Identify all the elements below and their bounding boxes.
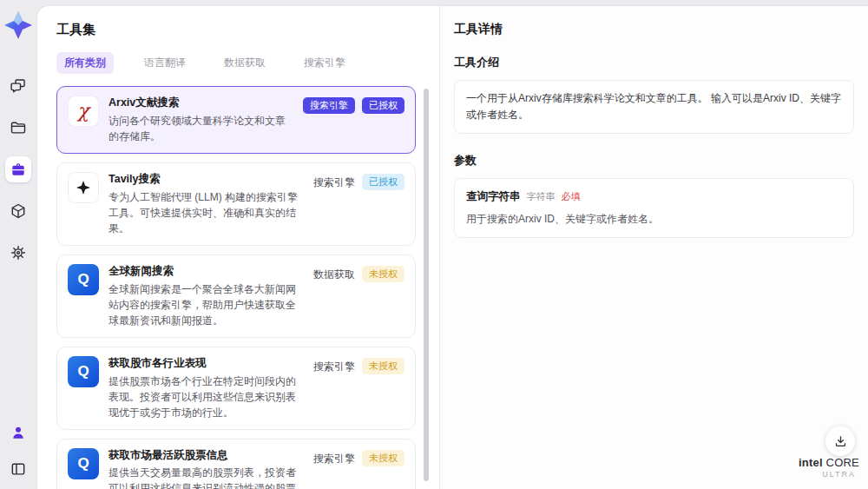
tools-list: χ Arxiv文献搜索 访问各个研究领域大量科学论文和文章的存储库。 搜索引擎 … (56, 86, 416, 489)
tool-title: 全球新闻搜索 (108, 264, 304, 279)
param-name: 查询字符串 (466, 189, 521, 204)
tool-icon: Q (68, 448, 99, 479)
intro-text: 一个用于从Arxiv存储库搜索科学论文和文章的工具。 输入可以是Arxiv ID… (466, 92, 841, 121)
param-type: 字符串 (527, 190, 556, 203)
nav-settings-icon[interactable] (5, 240, 31, 266)
tool-icon: Q (68, 356, 99, 387)
tool-card[interactable]: Q 获取股市各行业表现 提供股票市场各个行业在特定时间段内的表现。投资者可以利用… (56, 347, 416, 430)
tool-auth-badge: 未授权 (362, 358, 404, 374)
param-required-badge: 必填 (562, 190, 581, 203)
detail-title: 工具详情 (454, 22, 854, 37)
param-card: 查询字符串 字符串 必填 用于搜索的Arxiv ID、关键字或作者姓名。 (454, 178, 854, 238)
tools-list-scrollbar[interactable] (424, 89, 429, 481)
chip-product: CORE (826, 456, 859, 469)
tool-description: 提供股票市场各个行业在特定时间段内的表现。投资者可以利用这些信息来识别表现优于或… (108, 373, 304, 420)
chip-tier: ULTRA (799, 471, 859, 479)
tool-icon: χ (68, 96, 99, 127)
tool-category: 搜索引擎 (313, 450, 355, 466)
param-description: 用于搜索的Arxiv ID、关键字或作者姓名。 (466, 211, 842, 227)
tool-title: Arxiv文献搜索 (108, 96, 293, 110)
nav-models-icon[interactable] (5, 198, 31, 224)
tool-auth-badge: 已授权 (362, 174, 404, 190)
tool-description: 提供当天交易量最高的股票列表，投资者可以利用这些信息来识别流动性强的股票和潜在的… (108, 465, 304, 489)
tools-pane: 工具集 所有类别 语言翻译 数据获取 搜索引擎 χ Arxiv文献搜索 访问各个… (37, 6, 439, 489)
tool-icon: Q (68, 264, 99, 295)
chip-brand: intel (799, 456, 823, 469)
tool-detail-pane: 工具详情 工具介绍 一个用于从Arxiv存储库搜索科学论文和文章的工具。 输入可… (439, 6, 868, 489)
tool-auth-badge: 未授权 (362, 450, 404, 466)
tab-language-translation[interactable]: 语言翻译 (136, 52, 194, 74)
download-icon (833, 434, 848, 449)
tool-description: 全球新闻搜索是一个聚合全球各大新闻网站内容的搜索引擎，帮助用户快速获取全球最新资… (108, 281, 304, 328)
content-shell: 工具集 所有类别 语言翻译 数据获取 搜索引擎 χ Arxiv文献搜索 访问各个… (36, 5, 868, 489)
tool-card[interactable]: χ Arxiv文献搜索 访问各个研究领域大量科学论文和文章的存储库。 搜索引擎 … (56, 86, 416, 154)
tool-card[interactable]: Tavily搜索 专为人工智能代理 (LLM) 构建的搜索引擎工具。可快速提供实… (56, 162, 416, 246)
params-heading: 参数 (454, 153, 854, 169)
tool-category: 数据获取 (313, 266, 355, 282)
tool-auth-badge: 未授权 (362, 266, 404, 282)
nav-toolbox-icon[interactable] (5, 156, 31, 182)
tool-category: 搜索引擎 (313, 174, 355, 190)
tool-auth-badge: 已授权 (362, 97, 404, 114)
account-avatar-icon[interactable] (5, 420, 31, 446)
app-rail (0, 0, 36, 489)
nav-files-icon[interactable] (5, 115, 31, 141)
tool-description: 访问各个研究领域大量科学论文和文章的存储库。 (108, 113, 293, 144)
tool-card[interactable]: Q 全球新闻搜索 全球新闻搜索是一个聚合全球各大新闻网站内容的搜索引擎，帮助用户… (56, 254, 416, 338)
download-button[interactable] (825, 426, 855, 456)
category-tabs: 所有类别 语言翻译 数据获取 搜索引擎 (56, 52, 416, 74)
tab-all-categories[interactable]: 所有类别 (56, 52, 114, 74)
intro-heading: 工具介绍 (454, 55, 854, 70)
app-logo-icon (3, 10, 33, 40)
tool-description: 专为人工智能代理 (LLM) 构建的搜索引擎工具。可快速提供实时、准确和真实的结… (108, 189, 304, 236)
tool-title: 获取市场最活跃股票信息 (108, 448, 304, 463)
tool-icon (68, 172, 99, 203)
tool-category: 搜索引擎 (313, 358, 355, 374)
tool-card[interactable]: Q 获取市场最活跃股票信息 提供当天交易量最高的股票列表，投资者可以利用这些信息… (56, 439, 416, 489)
nav-chat-icon[interactable] (5, 73, 31, 99)
collapse-panel-icon[interactable] (5, 456, 31, 482)
tab-data-acquisition[interactable]: 数据获取 (216, 52, 273, 74)
tab-search-engine[interactable]: 搜索引擎 (296, 52, 353, 74)
page-title: 工具集 (56, 22, 416, 38)
intro-card: 一个用于从Arxiv存储库搜索科学论文和文章的工具。 输入可以是Arxiv ID… (454, 80, 854, 134)
tool-category: 搜索引擎 (303, 97, 355, 114)
intel-core-logo: intel CORE ULTRA (799, 455, 859, 479)
tool-title: Tavily搜索 (108, 172, 304, 187)
tool-title: 获取股市各行业表现 (108, 356, 304, 371)
